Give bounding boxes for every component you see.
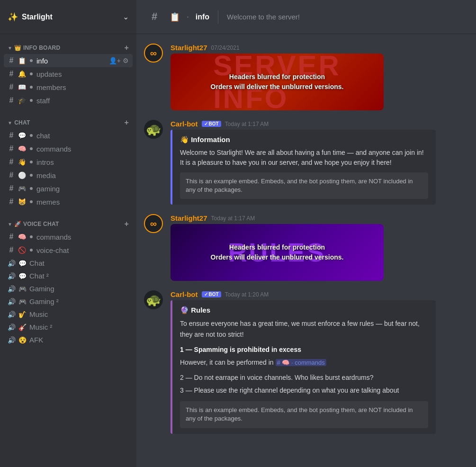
- embed-rules: 🔮 Rules To ensure everyone has a great t…: [171, 300, 436, 433]
- username-starlight27-1: Starlight27: [171, 44, 207, 52]
- embed-note-rules: This is an example embed. Embeds, and th…: [180, 401, 428, 428]
- section-header-voice-chat[interactable]: ▼ 🚀 VOICE CHAT +: [4, 218, 133, 230]
- channel-dot: [30, 147, 33, 150]
- channel-dot: [30, 235, 33, 238]
- avatar-icon: ∞: [150, 48, 157, 59]
- section-label-chat: CHAT: [14, 119, 30, 126]
- voice-channel-chat2[interactable]: 🔊 💬 Chat ²: [4, 269, 133, 282]
- timestamp-3: Today at 1:17 AM: [211, 215, 255, 222]
- section-header-chat[interactable]: ▼ CHAT +: [4, 117, 133, 129]
- hash-icon: #: [8, 56, 15, 65]
- voice-channel-afk[interactable]: 🔊 😵 AFK: [4, 333, 133, 346]
- channel-emoji-chat2-vc: 💬: [18, 272, 27, 280]
- channel-dot: [30, 161, 33, 163]
- channel-emoji-info: 📋: [18, 57, 26, 64]
- embed-note-info: This is an example embed. Embeds, and th…: [180, 172, 428, 199]
- header-hash-icon: #: [144, 0, 165, 34]
- section-header-info-board[interactable]: ▼ 👑 INFO BOARD +: [4, 42, 133, 54]
- mention-commands[interactable]: # 🧠 · commands: [276, 359, 326, 366]
- channel-dot: [30, 200, 33, 203]
- hash-icon: #: [8, 246, 15, 254]
- avatar-icon-carlbot: 🐢: [146, 122, 161, 137]
- channel-item-media[interactable]: # ⚪ media: [4, 169, 133, 182]
- channel-item-staff[interactable]: # 🎓 staff: [4, 94, 133, 107]
- add-channel-icon[interactable]: +: [124, 118, 129, 127]
- message-group-1: ∞ Starlight27 07/24/2021 SERVERINFO Head…: [144, 44, 468, 110]
- bot-label-2: BOT: [209, 292, 219, 297]
- voice-channel-name-chat2: Chat ²: [29, 272, 129, 280]
- server-name: ✨ Starlight: [8, 12, 53, 22]
- channel-list-chat: # 💬 chat # 🧠 commands # 👋 intros # ⚪: [4, 129, 133, 208]
- channel-item-voice-commands[interactable]: # 🧠 commands: [4, 230, 133, 243]
- message-content-4: Carl-bot ✓ BOT Today at 1:20 AM 🔮 Rules …: [171, 290, 468, 433]
- bot-badge-1: ✓ BOT: [202, 121, 221, 127]
- channel-item-info[interactable]: # 📋 info 👤+ ⚙: [4, 54, 133, 67]
- hash-icon: #: [8, 171, 15, 180]
- channel-emoji-vchat: 🚫: [18, 246, 26, 254]
- add-channel-icon[interactable]: +: [124, 220, 129, 228]
- channel-emoji-chat: 💬: [18, 132, 26, 139]
- voice-channel-music[interactable]: 🔊 🎷 Music: [4, 308, 133, 321]
- channel-item-intros[interactable]: # 👋 intros: [4, 155, 133, 169]
- channel-name-members: members: [36, 83, 129, 91]
- channel-emoji-staff: 🎓: [18, 97, 26, 104]
- message-header-4: Carl-bot ✓ BOT Today at 1:20 AM: [171, 290, 468, 298]
- message-header-3: Starlight27 Today at 1:17 AM: [171, 214, 468, 222]
- speaker-icon: 🔊: [8, 336, 16, 344]
- channel-item-voice-chat[interactable]: # 🚫 voice-chat: [4, 243, 133, 257]
- channel-item-gaming[interactable]: # 🎮 gaming: [4, 182, 133, 195]
- header-divider: [218, 10, 218, 24]
- rule1-text: 1 — Spamming is prohibited in excess: [180, 346, 301, 353]
- channel-emoji-chat-vc: 💬: [18, 260, 27, 267]
- voice-channel-gaming[interactable]: 🔊 🎮 Gaming: [4, 282, 133, 295]
- sidebar: ✨ Starlight ⌄ ▼ 👑 INFO BOARD + # 📋 info …: [0, 0, 136, 467]
- message-content-1: Starlight27 07/24/2021 SERVERINFO Header…: [171, 44, 468, 110]
- avatar-icon-2: ∞: [150, 218, 157, 229]
- hash-icon: #: [8, 96, 15, 105]
- channel-name-staff: staff: [36, 97, 129, 105]
- channel-item-updates[interactable]: # 🔔 updates: [4, 67, 133, 81]
- speaker-icon: 🔊: [8, 298, 16, 305]
- channel-item-commands[interactable]: # 🧠 commands: [4, 142, 133, 155]
- server-header[interactable]: ✨ Starlight ⌄: [0, 0, 136, 34]
- hash-icon: #: [8, 233, 15, 241]
- settings-icon[interactable]: ⚙: [123, 57, 129, 64]
- channel-emoji-media: ⚪: [18, 171, 26, 179]
- timestamp-2: Today at 1:17 AM: [225, 121, 269, 127]
- hash-icon: #: [8, 70, 15, 78]
- add-channel-icon[interactable]: +: [124, 44, 129, 52]
- channel-emoji-members: 📖: [18, 83, 26, 91]
- channel-header: # 📋 · info Welcome to the server!: [136, 0, 476, 34]
- channel-dot: [30, 174, 33, 177]
- channel-emoji-vcommands: 🧠: [18, 233, 26, 241]
- embed-title-info: 👋 Information: [180, 135, 428, 144]
- rule1: 1 — Spamming is prohibited in excess: [180, 344, 428, 355]
- channel-emoji-gaming-vc: 🎮: [18, 285, 27, 293]
- channel-name-vcommands: commands: [36, 233, 129, 241]
- channel-name-media: media: [36, 171, 129, 180]
- hash-icon: #: [8, 198, 15, 206]
- message-content-2: Carl-bot ✓ BOT Today at 1:17 AM 👋 Inform…: [171, 120, 468, 205]
- channel-emoji-afk-vc: 😵: [18, 336, 27, 344]
- channel-list-info-board: # 📋 info 👤+ ⚙ # 🔔 updates # 📖 members: [4, 54, 133, 107]
- voice-channel-chat[interactable]: 🔊 💬 Chat: [4, 257, 133, 269]
- blur-warning-line1: Headers blurred for protection: [229, 72, 325, 82]
- hash-icon: #: [8, 144, 15, 153]
- add-member-icon[interactable]: 👤+: [109, 57, 121, 64]
- username-starlight27-2: Starlight27: [171, 214, 207, 222]
- channel-emoji-commands: 🧠: [18, 145, 26, 153]
- channel-item-members[interactable]: # 📖 members: [4, 81, 133, 94]
- channel-item-memes[interactable]: # 😸 memes: [4, 195, 133, 208]
- channel-item-chat[interactable]: # 💬 chat: [4, 129, 133, 142]
- voice-channel-gaming2[interactable]: 🔊 🎮 Gaming ²: [4, 295, 133, 308]
- section-info-board: ▼ 👑 INFO BOARD + # 📋 info 👤+ ⚙ # 🔔 updat: [0, 34, 136, 109]
- collapse-arrow-icon: ▼: [8, 45, 12, 51]
- collapse-arrow-icon: ▼: [8, 120, 12, 126]
- channel-name-intros: intros: [36, 158, 129, 166]
- star-icon: ✨: [8, 12, 18, 22]
- chevron-down-icon[interactable]: ⌄: [123, 12, 129, 21]
- channel-dot: [30, 99, 33, 102]
- channel-emoji-updates: 🔔: [18, 70, 26, 78]
- avatar-carlbot-1: 🐢: [144, 120, 163, 139]
- voice-channel-music2[interactable]: 🔊 🎸 Music ²: [4, 321, 133, 333]
